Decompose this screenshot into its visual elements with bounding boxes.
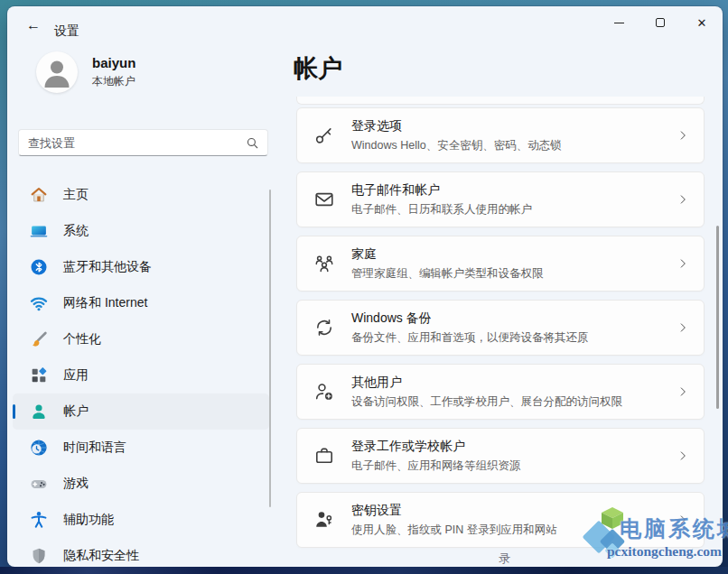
sidebar-item-label: 个性化 — [63, 331, 101, 347]
avatar — [36, 51, 78, 93]
chevron-right-icon — [677, 321, 689, 334]
minimize-button[interactable] — [598, 6, 639, 39]
accounts-icon — [29, 402, 49, 421]
sidebar-item-label: 网络和 Internet — [63, 295, 147, 311]
profile-name: baiyun — [92, 55, 135, 70]
briefcase-icon — [297, 445, 351, 467]
card-other-users[interactable]: 其他用户 设备访问权限、工作或学校用户、展台分配的访问权限 — [296, 364, 705, 420]
key-icon — [297, 125, 351, 146]
titlebar: ← 设置 ✕ — [7, 6, 723, 42]
card-title: 登录工作或学校帐户 — [351, 439, 521, 455]
card-title: 密钥设置 — [351, 503, 557, 519]
add-user-icon — [297, 381, 351, 403]
profile-account-type: 本地帐户 — [92, 74, 135, 89]
chevron-right-icon — [677, 385, 689, 398]
profile-block[interactable]: baiyun 本地帐户 — [36, 51, 135, 93]
sidebar-item-label: 帐户 — [63, 403, 89, 420]
partially-scrolled-card[interactable] — [296, 97, 705, 105]
card-passkey-settings[interactable]: 密钥设置 使用人脸、指纹或 PIN 登录到应用和网站 — [296, 492, 705, 548]
card-title: 登录选项 — [351, 118, 562, 134]
settings-card-list: 登录选项 Windows Hello、安全密钥、密码、动态锁 电子邮件和帐户 电… — [296, 107, 705, 548]
home-icon — [29, 185, 49, 205]
card-subtitle: 电子邮件、日历和联系人使用的帐户 — [351, 202, 532, 218]
search-input[interactable] — [28, 136, 245, 150]
user-avatar-icon — [36, 51, 78, 93]
partial-scrolled-text: 录 — [499, 551, 510, 567]
sidebar-item-label: 蓝牙和其他设备 — [63, 259, 152, 275]
mail-icon — [297, 189, 351, 210]
card-title: Windows 备份 — [351, 310, 589, 327]
card-title: 其他用户 — [351, 375, 622, 391]
sidebar-item-accessibility[interactable]: 辅助功能 — [13, 502, 269, 538]
chevron-right-icon — [677, 514, 689, 526]
sidebar-item-label: 隐私和安全性 — [63, 548, 139, 564]
card-sign-in-options[interactable]: 登录选项 Windows Hello、安全密钥、密码、动态锁 — [296, 107, 705, 163]
sidebar-item-home[interactable]: 主页 — [13, 177, 269, 213]
card-subtitle: 设备访问权限、工作或学校用户、展台分配的访问权限 — [351, 394, 622, 410]
page-title: 帐户 — [294, 52, 342, 85]
card-work-school[interactable]: 登录工作或学校帐户 电子邮件、应用和网络等组织资源 — [296, 428, 705, 484]
backup-sync-icon — [297, 317, 351, 338]
sidebar-item-accounts[interactable]: 帐户 — [13, 393, 269, 430]
sidebar-item-gaming[interactable]: 游戏 — [13, 466, 269, 502]
sidebar-scrollbar[interactable] — [269, 190, 271, 507]
network-icon — [29, 293, 49, 313]
apps-icon — [29, 366, 49, 385]
card-family[interactable]: 家庭 管理家庭组、编辑帐户类型和设备权限 — [296, 236, 705, 292]
sidebar-item-label: 系统 — [63, 223, 89, 239]
sidebar-item-label: 时间和语言 — [63, 440, 126, 456]
close-button[interactable]: ✕ — [681, 6, 723, 39]
maximize-button[interactable] — [639, 6, 681, 39]
maximize-icon — [656, 18, 665, 27]
back-button[interactable]: ← — [18, 14, 49, 37]
card-subtitle: Windows Hello、安全密钥、密码、动态锁 — [351, 138, 562, 153]
card-subtitle: 备份文件、应用和首选项，以便跨设备将其还原 — [351, 330, 589, 346]
gaming-icon — [29, 474, 49, 494]
chevron-right-icon — [677, 193, 689, 206]
chevron-right-icon — [677, 257, 689, 270]
chevron-right-icon — [677, 129, 689, 142]
settings-window: ← 设置 ✕ baiyun 本地帐户 — [7, 6, 723, 567]
search-box[interactable] — [18, 129, 268, 156]
card-windows-backup[interactable]: Windows 备份 备份文件、应用和首选项，以便跨设备将其还原 — [296, 300, 705, 356]
sidebar-item-bluetooth[interactable]: 蓝牙和其他设备 — [13, 249, 269, 285]
sidebar-item-label: 辅助功能 — [63, 512, 114, 528]
sidebar-item-label: 游戏 — [63, 476, 89, 492]
card-subtitle: 管理家庭组、编辑帐户类型和设备权限 — [351, 266, 544, 282]
privacy-icon — [29, 546, 49, 566]
taskbar-edge — [0, 567, 728, 574]
passkey-icon — [297, 509, 351, 531]
minimize-icon — [614, 23, 624, 23]
sidebar-item-system[interactable]: 系统 — [13, 213, 269, 249]
card-email-accounts[interactable]: 电子邮件和帐户 电子邮件、日历和联系人使用的帐户 — [296, 171, 705, 227]
card-subtitle: 使用人脸、指纹或 PIN 登录到应用和网站 — [351, 523, 557, 538]
card-subtitle: 电子邮件、应用和网络等组织资源 — [351, 458, 521, 474]
time-language-icon — [29, 438, 49, 458]
sidebar-item-time-language[interactable]: 时间和语言 — [13, 430, 269, 466]
family-icon — [297, 253, 351, 274]
accessibility-icon — [29, 510, 49, 530]
close-icon: ✕ — [697, 17, 707, 29]
card-title: 电子邮件和帐户 — [351, 182, 532, 199]
window-title: 设置 — [54, 23, 79, 40]
main-scrollbar[interactable] — [716, 226, 719, 409]
card-title: 家庭 — [351, 246, 544, 263]
sidebar-item-apps[interactable]: 应用 — [13, 357, 269, 393]
chevron-right-icon — [677, 449, 689, 462]
sidebar-nav: 主页 系统 蓝牙和其他设备 — [13, 177, 269, 567]
personalization-icon — [29, 329, 49, 349]
sidebar-item-privacy[interactable]: 隐私和安全性 — [13, 538, 269, 567]
sidebar-item-label: 应用 — [63, 367, 89, 384]
bluetooth-icon — [29, 257, 49, 277]
sidebar-item-network[interactable]: 网络和 Internet — [13, 285, 269, 321]
sidebar-item-personalization[interactable]: 个性化 — [13, 321, 269, 357]
system-icon — [29, 221, 49, 241]
sidebar-item-label: 主页 — [63, 187, 89, 203]
search-icon — [245, 135, 260, 151]
back-arrow-icon: ← — [26, 17, 41, 33]
